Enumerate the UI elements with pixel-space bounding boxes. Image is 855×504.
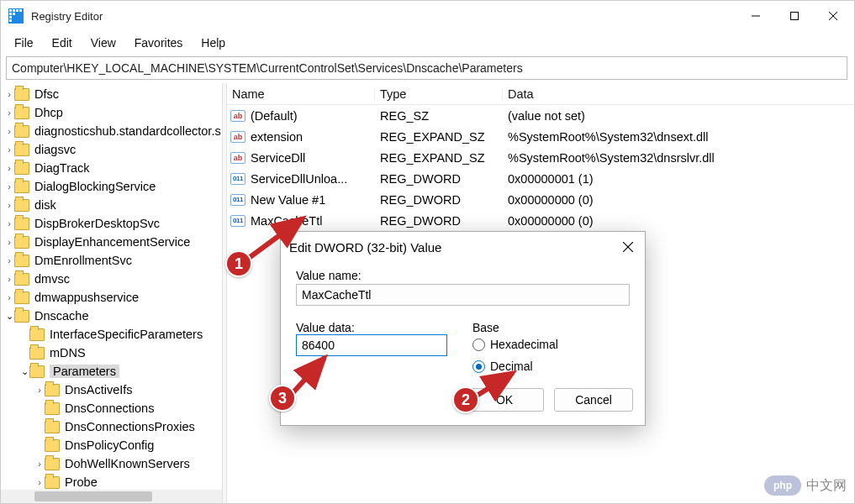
address-bar[interactable]: Computer\HKEY_LOCAL_MACHINE\SYSTEM\Curre… — [6, 56, 847, 80]
close-button[interactable] — [814, 3, 852, 29]
tree-item[interactable]: ›dmwappushservice — [1, 288, 222, 307]
tree-item-label: DisplayEnhancementService — [34, 235, 190, 249]
tree-item[interactable]: ›Dhcp — [1, 103, 222, 122]
folder-icon — [14, 107, 29, 119]
list-header: Name Type Data — [227, 83, 854, 105]
dialog-close-button[interactable] — [620, 237, 636, 258]
tree-item-label: DialogBlockingService — [34, 180, 156, 193]
tree-item[interactable]: ›DnsActiveIfs — [1, 381, 222, 399]
tree-item[interactable]: ›DisplayEnhancementService — [1, 233, 222, 251]
tree-item[interactable]: ›Probe — [1, 473, 222, 491]
column-header-type[interactable]: Type — [375, 87, 503, 101]
chevron-right-icon[interactable]: › — [3, 255, 14, 265]
tree-item-label: dmvsc — [34, 272, 70, 286]
chevron-right-icon[interactable]: › — [3, 237, 14, 247]
svg-line-17 — [293, 358, 325, 393]
maximize-button[interactable] — [775, 3, 814, 29]
folder-icon — [29, 347, 45, 360]
list-row[interactable]: 011New Value #1REG_DWORD0x00000000 (0) — [227, 189, 854, 210]
tree-item[interactable]: ›DiagTrack — [1, 159, 222, 177]
dword-value-icon: 011 — [230, 171, 245, 186]
value-data: %SystemRoot%\System32\dnsext.dll — [503, 130, 854, 144]
list-row[interactable]: abServiceDllREG_EXPAND_SZ%SystemRoot%\Sy… — [227, 147, 854, 168]
tree-item-label: DmEnrollmentSvc — [34, 254, 132, 267]
chevron-right-icon[interactable]: › — [3, 89, 14, 99]
tree-item[interactable]: ›Dfsc — [1, 85, 222, 103]
chevron-right-icon[interactable]: › — [3, 126, 14, 136]
svg-rect-2 — [13, 9, 15, 12]
value-name: ServiceDllUnloa... — [251, 172, 347, 186]
minimize-button[interactable] — [736, 3, 775, 29]
radio-hexadecimal[interactable]: Hexadecimal — [472, 338, 558, 351]
chevron-right-icon[interactable]: › — [3, 181, 14, 192]
menu-view[interactable]: View — [82, 33, 124, 53]
tree-item-label: diagsvc — [34, 143, 76, 156]
dialog-title: Edit DWORD (32-bit) Value — [289, 240, 620, 255]
svg-rect-3 — [16, 9, 18, 12]
value-data-label: Value data: — [296, 321, 447, 334]
chevron-right-icon[interactable]: › — [33, 459, 45, 469]
tree-item[interactable]: ›diagsvc — [1, 140, 222, 159]
column-header-data[interactable]: Data — [503, 87, 854, 101]
tree-item-label: Dfsc — [34, 87, 59, 101]
tree-item[interactable]: ›dmvsc — [1, 270, 222, 288]
value-name-field[interactable]: MaxCacheTtl — [296, 284, 630, 306]
svg-rect-4 — [19, 9, 22, 12]
menu-edit[interactable]: Edit — [44, 33, 81, 53]
chevron-right-icon[interactable]: › — [3, 163, 14, 173]
tree-pane: ›Dfsc›Dhcp›diagnosticshub.standardcollec… — [1, 83, 223, 503]
tree-item-label: Parameters — [50, 365, 119, 378]
tree-item[interactable]: DnsConnectionsProxies — [1, 417, 222, 436]
tree-horizontal-scrollbar[interactable] — [1, 490, 222, 503]
list-row[interactable]: 011ServiceDllUnloa...REG_DWORD0x00000001… — [227, 168, 854, 189]
value-name: New Value #1 — [251, 193, 325, 207]
menu-file[interactable]: File — [6, 33, 42, 53]
tree-item[interactable]: mDNS — [1, 344, 222, 362]
tree-item-label: diagnosticshub.standardcollector.s — [34, 124, 221, 138]
chevron-right-icon[interactable]: › — [3, 218, 14, 228]
tree-item[interactable]: ›DialogBlockingService — [1, 177, 222, 196]
folder-icon — [29, 328, 45, 341]
tree-item[interactable]: ›DohWellKnownServers — [1, 454, 222, 473]
folder-icon — [14, 291, 29, 304]
chevron-right-icon[interactable]: › — [33, 385, 45, 395]
tree-item[interactable]: ⌄Parameters — [1, 362, 222, 381]
tree-item-label: DnsPolicyConfig — [65, 438, 154, 452]
folder-icon — [14, 181, 29, 193]
svg-rect-5 — [9, 13, 12, 15]
svg-rect-6 — [13, 13, 15, 15]
svg-line-15 — [245, 218, 303, 260]
chevron-right-icon[interactable]: › — [3, 200, 14, 210]
tree-item-label: dmwappushservice — [34, 291, 139, 304]
tree-item-label: DnsConnectionsProxies — [65, 420, 195, 433]
menu-favorites[interactable]: Favorites — [126, 33, 192, 53]
folder-icon — [14, 88, 29, 101]
value-type: REG_DWORD — [375, 193, 503, 207]
list-row[interactable]: abextensionREG_EXPAND_SZ%SystemRoot%\Sys… — [227, 126, 854, 147]
chevron-right-icon[interactable]: › — [3, 144, 14, 155]
tree-item[interactable]: DnsConnections — [1, 399, 222, 417]
tree-item[interactable]: ›diagnosticshub.standardcollector.s — [1, 122, 222, 140]
callout-2: 2 — [452, 386, 479, 413]
chevron-down-icon[interactable]: ⌄ — [18, 366, 29, 377]
list-row[interactable]: ab(Default)REG_SZ(value not set) — [227, 105, 854, 126]
tree-item[interactable]: ›disk — [1, 196, 222, 214]
folder-icon — [45, 458, 60, 470]
watermark: php 中文网 — [764, 475, 847, 496]
chevron-right-icon[interactable]: › — [33, 477, 45, 487]
chevron-right-icon[interactable]: › — [3, 274, 14, 284]
tree-item-label: DiagTrack — [34, 161, 90, 175]
tree-item[interactable]: InterfaceSpecificParameters — [1, 325, 222, 344]
chevron-right-icon[interactable]: › — [3, 292, 14, 302]
tree-item[interactable]: DnsPolicyConfig — [1, 436, 222, 454]
column-header-name[interactable]: Name — [227, 87, 375, 101]
menu-help[interactable]: Help — [193, 33, 234, 53]
tree-item[interactable]: ⌄Dnscache — [1, 307, 222, 325]
folder-icon — [14, 125, 29, 138]
tree-item[interactable]: ›DmEnrollmentSvc — [1, 251, 222, 270]
string-value-icon: ab — [230, 150, 245, 165]
tree-item[interactable]: ›DispBrokerDesktopSvc — [1, 214, 222, 233]
chevron-right-icon[interactable]: › — [3, 108, 14, 118]
chevron-down-icon[interactable]: ⌄ — [3, 311, 14, 322]
cancel-button[interactable]: Cancel — [554, 388, 633, 412]
